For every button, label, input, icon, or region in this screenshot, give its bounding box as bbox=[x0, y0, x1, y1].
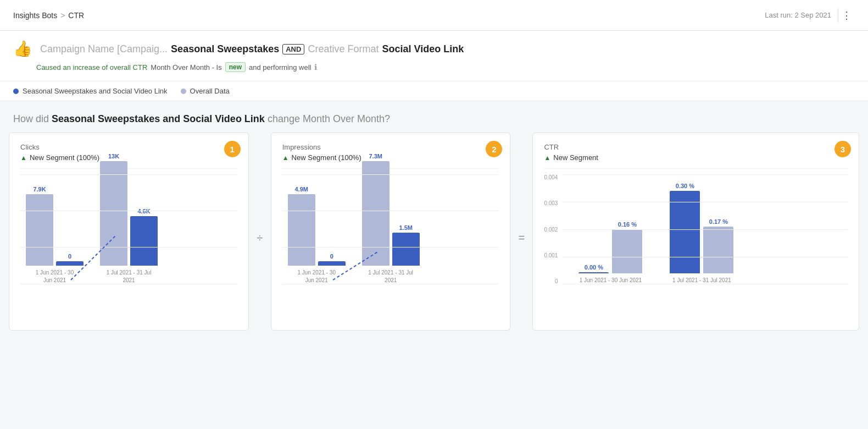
performing-text: and performing well bbox=[249, 63, 311, 72]
ctr-light-val-2: 0.17 % bbox=[709, 218, 728, 225]
imp-light-rect-2 bbox=[362, 161, 390, 266]
insight-title: Campaign Name [Campaig... Seasonal Sweep… bbox=[40, 43, 464, 55]
top-bar-right: Last run: 2 Sep 2021 ⋮ bbox=[765, 8, 855, 23]
ctr-label: CTR bbox=[544, 143, 848, 151]
clicks-bars-2: 13K 4.6K bbox=[100, 153, 158, 266]
legend-item-2: Overall Data bbox=[181, 87, 230, 95]
imp-dark-bar-2: 1.5M bbox=[392, 224, 420, 266]
ctr-segment: New Segment bbox=[553, 153, 598, 162]
ctr-y-2: 0.002 bbox=[544, 227, 558, 233]
clicks-arrow-up: ▲ bbox=[20, 154, 27, 162]
charts-row: 1 Clicks ▲ New Segment (100%) 7.9K bbox=[0, 133, 868, 339]
clicks-dark-bar-2: 4.6K bbox=[130, 208, 158, 266]
impressions-group-2: 7.3M 1.5M 1 Jul 2021 - 31 Jul2021 bbox=[362, 153, 420, 284]
info-icon[interactable]: ℹ bbox=[314, 63, 317, 72]
impressions-bars-2: 7.3M 1.5M bbox=[362, 153, 420, 266]
breadcrumb-parent[interactable]: Insights Bots bbox=[13, 11, 57, 20]
new-badge: new bbox=[225, 62, 246, 72]
imp-dark-val-1: 0 bbox=[330, 253, 333, 260]
mom-text: Month Over Month - Is bbox=[151, 63, 221, 72]
ctr-light-rect-2 bbox=[703, 227, 733, 273]
legend-dot-1 bbox=[13, 89, 19, 94]
clicks-light-bar-2: 13K bbox=[100, 153, 127, 266]
clicks-label: Clicks bbox=[20, 143, 237, 151]
clicks-group-1: 7.9K 0 1 Jun 2021 - 30Jun 2021 bbox=[26, 186, 84, 284]
impressions-group-1: 4.9M 0 1 Jun 2021 - 30Jun 2021 bbox=[288, 186, 346, 284]
top-bar: Insights Bots > CTR Last run: 2 Sep 2021… bbox=[0, 0, 868, 31]
breadcrumb-current: CTR bbox=[68, 11, 84, 20]
clicks-chart-card: 1 Clicks ▲ New Segment (100%) 7.9K bbox=[9, 133, 249, 331]
clicks-bars-container: 7.9K 0 1 Jun 2021 - 30Jun 2021 bbox=[20, 174, 237, 284]
impressions-badge: 2 bbox=[486, 141, 502, 157]
clicks-dark-bar-1: 0 bbox=[56, 253, 84, 266]
ctr-badge: 3 bbox=[834, 141, 851, 157]
campaign-name-label: Campaign Name [Campaig... bbox=[40, 43, 168, 55]
imp-dark-rect-1 bbox=[318, 261, 346, 266]
clicks-light-bar-1: 7.9K bbox=[26, 186, 53, 266]
impressions-bars-1: 4.9M 0 bbox=[288, 186, 346, 266]
imp-dark-val-2: 1.5M bbox=[399, 224, 412, 231]
ctr-bars-2: 0.30 % 0.17 % bbox=[670, 183, 733, 273]
clicks-dark-rect-2 bbox=[130, 216, 158, 266]
ctr-date-2: 1 Jul 2021 - 31 Jul 2021 bbox=[672, 277, 731, 284]
ctr-dark-bar-2: 0.30 % bbox=[670, 183, 700, 273]
ctr-dark-rect-1 bbox=[578, 272, 609, 273]
clicks-date-2: 1 Jul 2021 - 31 Jul2021 bbox=[107, 269, 152, 284]
legend-label-1: Seasonal Sweepstakes and Social Video Li… bbox=[23, 87, 168, 95]
equals-operator: = bbox=[510, 133, 532, 244]
clicks-badge: 1 bbox=[224, 141, 241, 157]
cause-text: Caused an increase of overall CTR bbox=[36, 63, 147, 72]
clicks-date-1: 1 Jun 2021 - 30Jun 2021 bbox=[36, 269, 74, 284]
imp-light-bar-1: 4.9M bbox=[288, 186, 315, 266]
ctr-y-0: 0 bbox=[555, 278, 558, 284]
ctr-segment-row: ▲ New Segment bbox=[544, 153, 848, 162]
question-prefix: How did bbox=[13, 113, 49, 124]
ctr-bars-1: 0.00 % 0.16 % bbox=[578, 221, 642, 273]
imp-date-2: 1 Jul 2021 - 31 Jul2021 bbox=[368, 269, 413, 284]
ctr-arrow-up: ▲ bbox=[544, 154, 550, 162]
ctr-light-rect-1 bbox=[612, 229, 642, 273]
legend-row: Seasonal Sweepstakes and Social Video Li… bbox=[0, 81, 868, 101]
insight-subtitle: Caused an increase of overall CTR Month … bbox=[36, 62, 855, 72]
ctr-bar-chart: 0.004 0.003 0.002 0.001 0 bbox=[544, 174, 848, 301]
ctr-group-2: 0.30 % 0.17 % 1 Jul 2021 - 31 Jul 2021 bbox=[670, 183, 733, 284]
ctr-dark-bar-1: 0.00 % bbox=[578, 264, 609, 273]
breadcrumb-separator: > bbox=[60, 11, 65, 20]
imp-light-bar-2: 7.3M bbox=[362, 153, 390, 266]
imp-dark-bar-1: 0 bbox=[318, 253, 346, 266]
campaign-value: Seasonal Sweepstakes bbox=[171, 43, 279, 55]
impressions-arrow-up: ▲ bbox=[282, 154, 289, 162]
question-bold: Seasonal Sweepstakes and Social Video Li… bbox=[52, 113, 265, 124]
legend-label-2: Overall Data bbox=[190, 87, 230, 95]
creative-format-value: Social Video Link bbox=[382, 43, 464, 55]
ctr-y-1: 0.001 bbox=[544, 252, 558, 258]
impressions-chart-card: 2 Impressions ▲ New Segment (100%) 4.9M bbox=[271, 133, 511, 331]
ctr-date-1: 1 Jun 2021 - 30 Jun 2021 bbox=[580, 277, 642, 284]
legend-dot-2 bbox=[181, 89, 186, 94]
clicks-bars-1: 7.9K 0 bbox=[26, 186, 84, 266]
clicks-segment: New Segment (100%) bbox=[30, 153, 99, 162]
clicks-light-val-2: 13K bbox=[108, 153, 119, 160]
clicks-light-rect-2 bbox=[100, 161, 127, 266]
ctr-light-bar-2: 0.17 % bbox=[703, 218, 733, 273]
insight-title-row: 👍 Campaign Name [Campaig... Seasonal Swe… bbox=[13, 41, 855, 58]
ctr-dark-val-1: 0.00 % bbox=[585, 264, 603, 271]
more-menu-icon[interactable]: ⋮ bbox=[838, 8, 855, 23]
ctr-light-bar-1: 0.16 % bbox=[612, 221, 642, 273]
clicks-dark-val-1: 0 bbox=[68, 253, 71, 260]
clicks-light-rect-1 bbox=[26, 194, 53, 266]
breadcrumb: Insights Bots > CTR bbox=[13, 11, 84, 20]
ctr-bars-container: 0.00 % 0.16 % 1 Jun 2021 - 30 Jun 2021 bbox=[562, 174, 848, 284]
clicks-light-val-1: 7.9K bbox=[33, 186, 46, 193]
ctr-light-val-1: 0.16 % bbox=[618, 221, 637, 228]
ctr-y-3: 0.003 bbox=[544, 200, 558, 206]
ctr-y-4: 0.004 bbox=[544, 174, 558, 180]
insight-header: 👍 Campaign Name [Campaig... Seasonal Swe… bbox=[0, 31, 868, 81]
imp-light-val-1: 4.9M bbox=[294, 186, 308, 193]
thumbs-up-icon: 👍 bbox=[13, 40, 32, 58]
legend-item-1: Seasonal Sweepstakes and Social Video Li… bbox=[13, 87, 168, 95]
imp-dark-rect-2 bbox=[392, 233, 420, 266]
question-suffix: change Month Over Month? bbox=[268, 113, 390, 124]
and-badge: AND bbox=[282, 44, 304, 54]
clicks-group-2: 13K 4.6K 1 Jul 2021 - 31 Jul2021 bbox=[100, 153, 158, 284]
